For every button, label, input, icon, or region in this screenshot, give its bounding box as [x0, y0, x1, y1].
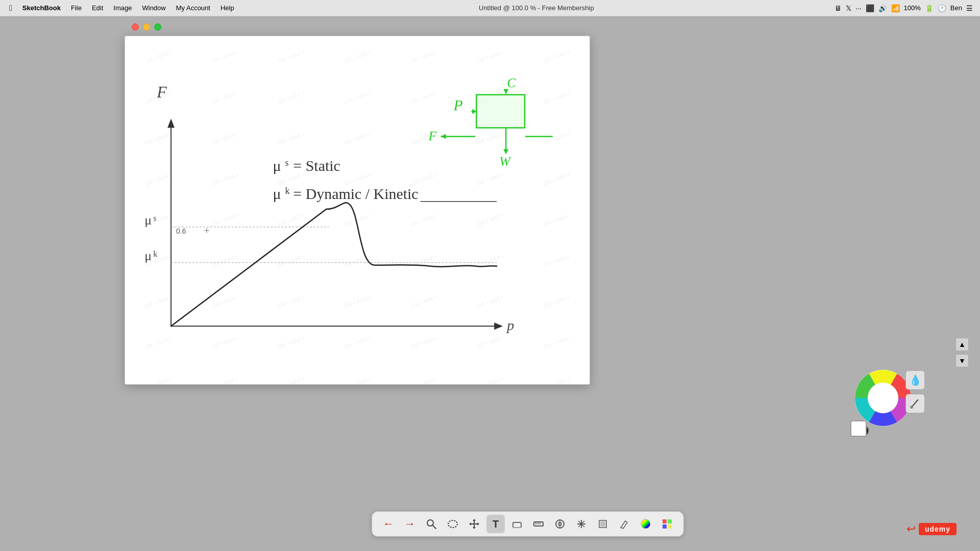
menu-bar-left:  SketchBook File Edit Image Window My A…	[0, 3, 238, 14]
svg-point-36	[427, 520, 433, 526]
text-tool[interactable]: T	[486, 515, 505, 533]
ruler-tool[interactable]	[529, 515, 548, 533]
svg-point-67	[868, 383, 898, 413]
svg-text:F: F	[428, 129, 437, 143]
svg-point-38	[448, 520, 457, 528]
menu-image[interactable]: Image	[109, 3, 136, 13]
scroll-down-button[interactable]: ▼	[955, 354, 969, 367]
color-picker-tool[interactable]	[636, 515, 655, 533]
symmetry-tool[interactable]	[551, 515, 569, 533]
canvas-window: GK • AAA •GK • AAA •GK • AAA •GK • AAA •…	[125, 36, 590, 385]
svg-rect-45	[513, 522, 521, 528]
transform-tool[interactable]	[572, 515, 591, 533]
lasso-tool[interactable]	[444, 515, 462, 533]
svg-text:μ: μ	[273, 185, 281, 202]
svg-rect-22	[476, 95, 525, 128]
svg-text:F: F	[156, 83, 167, 101]
svg-marker-43	[469, 522, 471, 525]
svg-marker-42	[473, 527, 476, 529]
svg-text:μ: μ	[144, 213, 152, 228]
menu-sketchbook[interactable]: SketchBook	[18, 3, 65, 13]
svg-text:k: k	[153, 249, 157, 258]
svg-point-61	[641, 519, 650, 529]
svg-text:s: s	[285, 158, 288, 168]
volume-icon[interactable]: 🔊	[878, 4, 887, 12]
screen-icon[interactable]: 🖥	[835, 4, 842, 12]
twitter-icon[interactable]: 𝕏	[846, 4, 851, 12]
wifi-icon[interactable]: 📶	[891, 4, 900, 12]
svg-text:p: p	[506, 317, 514, 333]
udemy-back-icon[interactable]: ↩	[906, 522, 916, 536]
undo-button[interactable]: ←	[379, 515, 398, 533]
maximize-button[interactable]	[154, 23, 161, 31]
svg-text:W: W	[499, 154, 511, 169]
window-title: Untitled @ 100.0 % - Free Membership	[238, 4, 835, 12]
dropper-tool[interactable]: 💧	[905, 370, 925, 390]
svg-point-60	[620, 527, 622, 529]
menu-icon[interactable]: ☰	[966, 4, 973, 12]
svg-marker-32	[503, 89, 508, 94]
eraser-tool[interactable]	[508, 515, 526, 533]
svg-marker-41	[473, 519, 476, 521]
smudge-tool[interactable]	[905, 394, 925, 413]
svg-marker-4	[494, 322, 503, 330]
svg-text:C: C	[507, 76, 516, 90]
brush-selector-tool[interactable]	[615, 515, 633, 533]
svg-marker-28	[441, 134, 446, 139]
zoom-tool[interactable]	[422, 515, 440, 533]
redo-button[interactable]: →	[401, 515, 419, 533]
svg-rect-59	[600, 521, 605, 527]
svg-text:s: s	[153, 214, 156, 222]
nav-arrows: ▲ ▼	[955, 338, 969, 367]
svg-text:μ: μ	[273, 157, 281, 174]
svg-marker-44	[477, 522, 479, 525]
svg-text:μ: μ	[144, 248, 152, 263]
svg-point-68	[910, 406, 913, 409]
battery-percent: 100%	[904, 4, 921, 12]
svg-rect-64	[663, 524, 667, 529]
traffic-lights	[132, 23, 161, 31]
svg-rect-62	[663, 519, 667, 523]
more-icon[interactable]: ···	[855, 4, 862, 12]
color-wheel-palette[interactable]	[852, 367, 914, 429]
svg-rect-65	[668, 524, 672, 529]
user-name: Ben	[950, 4, 962, 12]
menu-bar-right: 🖥 𝕏 ··· ⬛ 🔊 📶 100% 🔋 🕐 Ben ☰	[835, 4, 980, 12]
right-tools: 💧	[905, 370, 925, 413]
menu-edit[interactable]: Edit	[88, 3, 107, 13]
color-swatches-tool[interactable]	[658, 515, 676, 533]
menu-myaccount[interactable]: My Account	[172, 3, 214, 13]
svg-rect-63	[668, 519, 672, 523]
menu-bar:  SketchBook File Edit Image Window My A…	[0, 0, 980, 16]
layers-tool[interactable]	[594, 515, 612, 533]
menu-help[interactable]: Help	[216, 3, 238, 13]
svg-text:= Static: = Static	[293, 157, 340, 174]
svg-text:= Dynamic / Kinetic: = Dynamic / Kinetic	[293, 185, 418, 202]
svg-text:P: P	[453, 96, 462, 113]
svg-marker-2	[167, 119, 175, 128]
svg-text:k: k	[285, 186, 289, 196]
svg-line-37	[433, 525, 436, 529]
svg-rect-47	[534, 522, 543, 526]
move-tool[interactable]	[465, 515, 483, 533]
svg-marker-34	[503, 149, 508, 154]
udemy-badge: ↩ udemy	[906, 522, 957, 536]
display-icon[interactable]: ⬛	[866, 4, 874, 12]
menu-file[interactable]: File	[67, 3, 86, 13]
menu-window[interactable]: Window	[138, 3, 169, 13]
scroll-up-button[interactable]: ▲	[955, 338, 969, 351]
udemy-logo: udemy	[919, 523, 957, 535]
clock-icon: 🕐	[938, 4, 946, 12]
drawing-canvas[interactable]: F p μ s μ k 0.6	[125, 36, 590, 384]
battery-icon: 🔋	[925, 4, 934, 12]
apple-menu[interactable]: 	[5, 3, 16, 14]
toolbar: ← → T	[372, 511, 684, 537]
close-button[interactable]	[132, 23, 139, 31]
minimize-button[interactable]	[143, 23, 150, 31]
canvas-area[interactable]: GK • AAA •GK • AAA •GK • AAA •GK • AAA •…	[125, 36, 590, 384]
svg-text:0.6: 0.6	[176, 227, 186, 235]
white-color-swatch[interactable]	[850, 420, 867, 437]
